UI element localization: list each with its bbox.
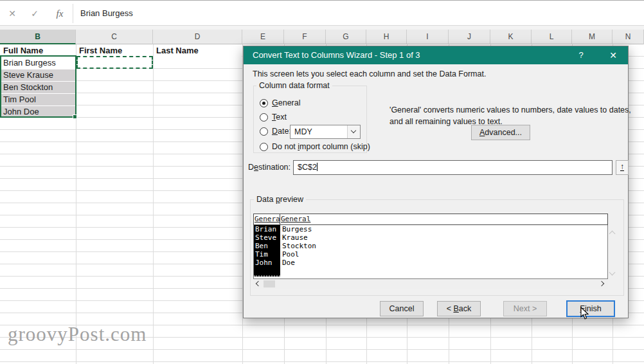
- preview-header-row: General General: [253, 214, 608, 225]
- radio-icon: [260, 99, 268, 107]
- column-header-e[interactable]: E: [242, 30, 284, 44]
- column-header-b[interactable]: B: [0, 30, 76, 44]
- formula-bar-divider: [73, 4, 73, 23]
- radio-icon: [260, 113, 268, 122]
- formula-bar: ✕ ✓ fx Brian Burgess: [0, 1, 644, 26]
- radio-label: Do not import column (skip): [272, 142, 370, 151]
- preview-col2-header[interactable]: General: [280, 214, 607, 224]
- scrollbar-thumb[interactable]: [264, 280, 275, 287]
- finish-button[interactable]: Finish: [566, 300, 615, 317]
- cell-d1[interactable]: Last Name: [154, 45, 242, 57]
- back-button[interactable]: < Back: [437, 301, 481, 316]
- preview-cell: Ben: [254, 242, 280, 250]
- cancel-button[interactable]: Cancel: [380, 301, 424, 316]
- preview-col1-header[interactable]: General: [254, 214, 280, 224]
- radio-label: Date:: [272, 127, 291, 136]
- collapse-dialog-icon: ↑: [620, 163, 624, 171]
- cancel-icon[interactable]: ✕: [4, 1, 21, 26]
- fill-handle[interactable]: [73, 114, 77, 119]
- watermark: groovyPost.com: [8, 323, 147, 346]
- formula-bar-value[interactable]: Brian Burgess: [80, 1, 133, 26]
- preview-second-column[interactable]: Burgess Krause Stockton Pool Doe: [281, 225, 316, 267]
- column-data-format-group: Column data format General Text Date: Do…: [253, 86, 367, 153]
- cell-b4[interactable]: Ben Stockton: [1, 82, 75, 93]
- radio-icon: [260, 143, 268, 151]
- radio-label: General: [272, 98, 300, 107]
- dialog-subtitle: This screen lets you select each column …: [253, 69, 486, 78]
- scroll-left-icon[interactable]: [256, 281, 261, 286]
- cell-b2[interactable]: Brian Burgess: [1, 57, 75, 69]
- cell-b6[interactable]: John Doe: [1, 106, 75, 118]
- text-to-columns-dialog: Convert Text to Columns Wizard - Step 1 …: [243, 46, 629, 318]
- data-preview-label: Data preview: [254, 195, 306, 204]
- radio-icon: [260, 127, 268, 136]
- next-button[interactable]: Next >: [503, 301, 547, 316]
- gridline: [76, 44, 76, 364]
- radio-label: Text: [272, 113, 287, 122]
- scroll-right-icon[interactable]: [599, 281, 604, 286]
- column-header-h[interactable]: H: [366, 30, 407, 44]
- column-header-l[interactable]: L: [532, 30, 572, 44]
- cell-b5[interactable]: Tim Pool: [1, 94, 75, 105]
- destination-value: $C$2: [298, 163, 317, 172]
- preview-cell: Pool: [281, 250, 316, 259]
- column-header-g[interactable]: G: [326, 30, 366, 44]
- date-format-dropdown[interactable]: MDY: [290, 125, 361, 139]
- preview-cell: Stockton: [281, 242, 316, 250]
- preview-cell: Brian: [254, 225, 280, 233]
- advanced-button[interactable]: Advanced...: [471, 125, 530, 140]
- group-label: Column data format: [256, 81, 332, 90]
- close-icon[interactable]: ✕: [602, 46, 624, 64]
- column-header-i[interactable]: I: [407, 30, 449, 44]
- column-header-n[interactable]: N: [613, 30, 644, 44]
- column-header-m[interactable]: M: [572, 30, 613, 44]
- radio-general[interactable]: General: [260, 98, 300, 108]
- column-headers: B C D E F G H I J K L M N: [0, 30, 644, 44]
- dialog-title: Convert Text to Columns Wizard - Step 1 …: [253, 46, 420, 64]
- preview-cell: Krause: [281, 233, 316, 242]
- destination-input[interactable]: $C$2: [293, 160, 613, 175]
- preview-cell: Steve: [254, 233, 280, 242]
- gridline: [153, 44, 154, 364]
- excel-window: ✕ ✓ fx Brian Burgess B C D E F G H I J K…: [0, 0, 644, 364]
- preview-cell: John: [254, 259, 280, 267]
- text-caret: [317, 163, 318, 171]
- cell-b1[interactable]: Full Name: [1, 45, 75, 57]
- column-header-c[interactable]: C: [76, 30, 153, 44]
- radio-date[interactable]: Date:: [260, 126, 291, 136]
- column-header-d[interactable]: D: [153, 30, 242, 44]
- date-format-value: MDY: [294, 125, 312, 138]
- column-header-f[interactable]: F: [284, 30, 326, 44]
- insert-function-icon[interactable]: fx: [51, 1, 68, 26]
- column-header-k[interactable]: K: [490, 30, 532, 44]
- data-preview-table[interactable]: General General Brian Steve Ben Tim John…: [253, 214, 608, 289]
- preview-selected-column[interactable]: Brian Steve Ben Tim John: [254, 225, 280, 277]
- destination-label: Destination:: [248, 160, 291, 175]
- general-description: 'General' converts numeric values to num…: [389, 104, 632, 127]
- column-header-j[interactable]: J: [449, 30, 490, 44]
- dialog-titlebar[interactable]: Convert Text to Columns Wizard - Step 1 …: [244, 46, 628, 64]
- preview-cell: Doe: [281, 259, 316, 267]
- radio-text[interactable]: Text: [260, 112, 287, 122]
- cell-b3[interactable]: Steve Krause: [1, 69, 75, 81]
- chevron-down-icon[interactable]: [347, 125, 360, 138]
- preview-cell: Burgess: [281, 225, 316, 233]
- preview-cell: Tim: [254, 250, 280, 259]
- enter-icon[interactable]: ✓: [26, 1, 43, 26]
- radio-skip-column[interactable]: Do not import column (skip): [260, 141, 370, 152]
- collapse-dialog-button[interactable]: ↑: [616, 160, 629, 175]
- help-icon[interactable]: ?: [570, 46, 592, 64]
- mouse-cursor: [580, 307, 590, 320]
- preview-horizontal-scrollbar[interactable]: [253, 279, 608, 289]
- destination-cell-marquee: [76, 56, 153, 69]
- cell-c1[interactable]: First Name: [76, 45, 152, 57]
- preview-body[interactable]: Brian Steve Ben Tim John Burgess Krause …: [253, 225, 608, 279]
